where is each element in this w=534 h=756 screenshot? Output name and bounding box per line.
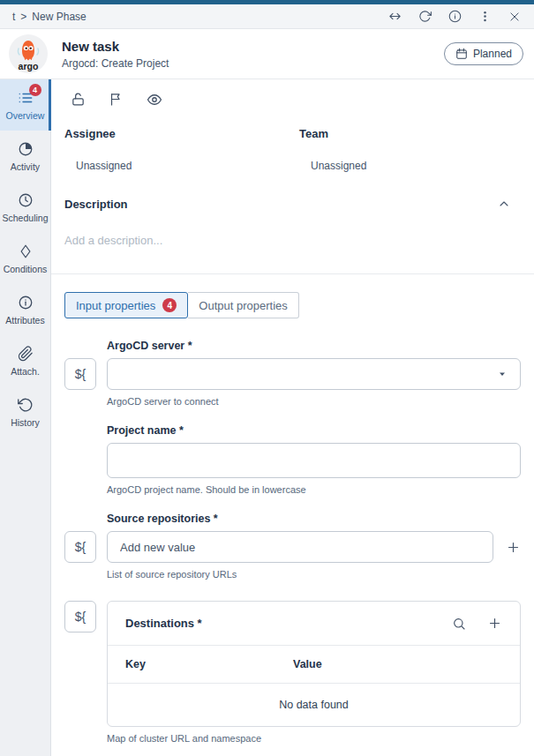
- destinations-field: ${ Destinations *: [64, 601, 521, 744]
- breadcrumb-current[interactable]: New Phase: [32, 11, 86, 23]
- properties-tabs: Input properties 4 Output properties: [64, 292, 534, 318]
- argocd-server-select[interactable]: [107, 358, 521, 390]
- project-name-helper: ArgoCD project name. Should be in lowerc…: [107, 484, 521, 495]
- sidebar-item-label: History: [11, 417, 40, 428]
- history-icon: [18, 397, 34, 413]
- breadcrumb: t > New Phase: [12, 11, 86, 23]
- tab-input-label: Input properties: [76, 299, 155, 312]
- window-controls: [388, 10, 521, 23]
- sidebar-item-attachments[interactable]: Attach.: [0, 335, 50, 386]
- sidebar-item-label: Attributes: [5, 315, 44, 326]
- task-toolbar: [51, 79, 534, 108]
- tab-output-properties[interactable]: Output properties: [188, 292, 298, 318]
- destinations-label: Destinations *: [125, 617, 202, 630]
- sidebar-item-label: Conditions: [4, 264, 48, 274]
- sidebar-item-label: Activity: [11, 161, 40, 172]
- task-subtitle: Argocd: Create Project: [62, 57, 169, 70]
- eye-icon[interactable]: [147, 92, 162, 108]
- argocd-server-helper: ArgoCD server to connect: [107, 396, 521, 407]
- kebab-menu-icon[interactable]: [478, 10, 492, 23]
- expression-button[interactable]: ${: [64, 358, 96, 390]
- header-titles: New task Argocd: Create Project: [62, 39, 169, 70]
- input-properties-form: ArgoCD server * ${ ArgoCD server to conn…: [64, 340, 521, 744]
- description-section: Description Add a description...: [51, 197, 534, 247]
- clock-icon: [18, 192, 34, 208]
- sidebar: 4 Overview Activity Scheduling Condition…: [0, 79, 51, 756]
- caret-down-icon: [497, 369, 508, 379]
- destinations-empty-state: No data found: [108, 684, 520, 726]
- chevron-up-icon[interactable]: [497, 197, 511, 211]
- paperclip-icon: [18, 346, 34, 362]
- diamond-icon: [18, 243, 34, 259]
- plus-icon[interactable]: [487, 616, 502, 631]
- tab-output-label: Output properties: [199, 299, 287, 312]
- overview-panel: Assignee Unassigned Team Unassigned Desc…: [51, 79, 534, 756]
- source-repositories-helper: List of source repository URLs: [107, 569, 521, 580]
- assignment-fields: Assignee Unassigned Team Unassigned: [51, 127, 534, 172]
- team-label: Team: [299, 127, 534, 140]
- lock-open-icon[interactable]: [71, 92, 86, 108]
- plus-icon[interactable]: [506, 540, 521, 555]
- project-name-field: Project name * ArgoCD project name. Shou…: [64, 424, 521, 495]
- key-column-header: Key: [125, 658, 293, 670]
- sidebar-item-scheduling[interactable]: Scheduling: [0, 182, 50, 233]
- sidebar-item-attributes[interactable]: Attributes: [0, 284, 50, 335]
- calendar-icon: [455, 48, 468, 60]
- status-badge-label: Planned: [473, 48, 512, 60]
- team-value[interactable]: Unassigned: [311, 160, 534, 172]
- source-repositories-field: Source repositories * ${ List of source …: [64, 513, 521, 580]
- task-title: New task: [62, 39, 169, 54]
- section-divider: [51, 273, 534, 274]
- sidebar-item-activity[interactable]: Activity: [0, 131, 50, 182]
- refresh-icon[interactable]: [418, 10, 432, 23]
- expression-button[interactable]: ${: [64, 531, 96, 563]
- sidebar-item-overview[interactable]: 4 Overview: [0, 79, 50, 131]
- sidebar-item-history[interactable]: History: [0, 386, 50, 438]
- flag-icon[interactable]: [109, 92, 124, 108]
- team-field: Team Unassigned: [299, 127, 534, 172]
- project-name-input[interactable]: [107, 443, 521, 478]
- sidebar-item-label: Overview: [6, 110, 45, 121]
- status-badge[interactable]: Planned: [444, 42, 523, 65]
- breadcrumb-separator: >: [20, 11, 26, 23]
- task-header: argo New task Argocd: Create Project Pla…: [0, 29, 534, 79]
- expression-button[interactable]: ${: [64, 601, 96, 632]
- assignee-value[interactable]: Unassigned: [76, 160, 299, 172]
- description-label: Description: [64, 198, 128, 211]
- tab-input-properties[interactable]: Input properties 4: [64, 292, 188, 318]
- sidebar-item-label: Attach.: [11, 366, 40, 377]
- task-panel: t > New Phase: [0, 0, 534, 756]
- breadcrumb-root[interactable]: t: [12, 11, 15, 23]
- source-repositories-label: Source repositories *: [107, 513, 521, 525]
- argo-logo-text: argo: [19, 61, 39, 71]
- assignee-field: Assignee Unassigned: [64, 127, 299, 172]
- top-bar: t > New Phase: [0, 4, 534, 29]
- source-repositories-input[interactable]: [107, 531, 493, 563]
- project-name-label: Project name *: [107, 424, 521, 437]
- close-icon[interactable]: [508, 11, 521, 23]
- destinations-helper: Map of cluster URL and namespace: [107, 733, 521, 744]
- info-icon[interactable]: [448, 10, 462, 23]
- assignee-label: Assignee: [64, 127, 299, 140]
- description-input[interactable]: Add a description...: [64, 234, 511, 247]
- destinations-panel: Destinations *: [107, 601, 521, 727]
- value-column-header: Value: [293, 658, 322, 670]
- argocd-server-label: ArgoCD server *: [107, 340, 521, 352]
- info-circle-icon: [18, 295, 34, 311]
- sidebar-item-conditions[interactable]: Conditions: [0, 233, 50, 284]
- sidebar-item-label: Scheduling: [3, 213, 49, 223]
- overview-count-badge: 4: [29, 84, 41, 96]
- argocd-server-field: ArgoCD server * ${ ArgoCD server to conn…: [64, 340, 521, 407]
- destinations-table-header: Key Value: [108, 646, 520, 684]
- search-icon[interactable]: [452, 617, 466, 631]
- expand-horizontal-icon[interactable]: [388, 10, 402, 23]
- activity-icon: [18, 141, 34, 157]
- argo-logo: argo: [9, 34, 48, 73]
- input-properties-count-badge: 4: [162, 298, 177, 312]
